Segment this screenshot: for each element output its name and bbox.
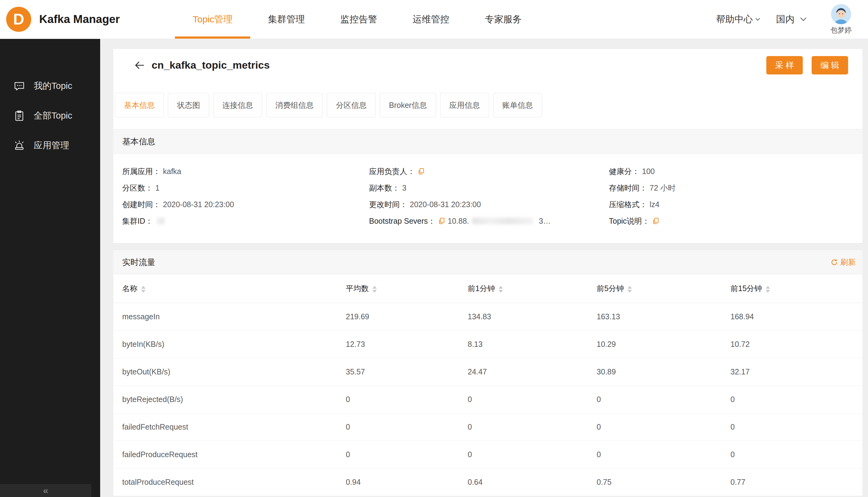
tab-status-chart[interactable]: 状态图	[168, 93, 209, 117]
refresh-button[interactable]: 刷新	[830, 257, 856, 267]
sort-caret-icon[interactable]	[141, 286, 145, 293]
field-bootstrap-servers: Bootstrap Severs： 10.88. 3…	[369, 213, 609, 229]
main-content: cn_kafka_topic_metrics 采 样 编 辑 基本信息 状态图 …	[100, 39, 868, 497]
app-logo[interactable]: D	[6, 7, 31, 32]
chat-bubble-icon	[13, 80, 26, 93]
table-header-row: 名称 平均数 前1分钟 前5分钟 前15分钟	[113, 274, 863, 303]
refresh-icon	[830, 259, 838, 266]
col-header-5min[interactable]: 前5分钟	[597, 274, 730, 303]
field-topic-desc: Topic说明：	[609, 213, 863, 229]
table-row: failedFetchRequest 0 0 0 0	[113, 413, 863, 441]
app-logo-letter: D	[13, 11, 24, 28]
app-root: D Kafka Manager Topic管理 集群管理 监控告警 运维管控 专…	[0, 0, 868, 497]
tab-connection-info[interactable]: 连接信息	[213, 93, 262, 117]
user-avatar[interactable]	[831, 4, 851, 24]
title-buttons: 采 样 编 辑	[766, 56, 848, 74]
nav-item-ops[interactable]: 运维管控	[395, 0, 467, 39]
table-row: byteIn(KB/s) 12.73 8.13 10.29 10.72	[113, 330, 863, 358]
tab-label: 应用信息	[449, 100, 480, 110]
help-center-label: 帮助中心	[716, 13, 753, 26]
realtime-traffic-card: 实时流量 刷新 名称 平均数 前1分钟	[113, 250, 863, 496]
tab-label: 消费组信息	[275, 100, 314, 110]
sort-caret-icon[interactable]	[627, 286, 632, 293]
chevron-down-icon	[755, 18, 760, 21]
col-header-15min[interactable]: 前15分钟	[730, 274, 863, 303]
tab-app-info[interactable]: 应用信息	[440, 93, 489, 117]
nav-item-label: 监控告警	[340, 13, 377, 26]
edit-button[interactable]: 编 辑	[812, 56, 848, 74]
sort-caret-icon[interactable]	[766, 286, 770, 293]
sidebar: 我的Topic 全部Topic	[0, 39, 100, 497]
tab-consumer-group[interactable]: 消费组信息	[266, 93, 323, 117]
basic-info-grid: 所属应用：kafka 应用负责人： 健康分：100 分区数：1 副本数：3 存储…	[113, 154, 863, 243]
tab-partition-info[interactable]: 分区信息	[327, 93, 376, 117]
col-header-avg[interactable]: 平均数	[346, 274, 468, 303]
copy-icon[interactable]	[438, 217, 445, 225]
nav-item-label: Topic管理	[193, 13, 232, 26]
field-retention: 存储时间：72 小时	[609, 180, 863, 196]
tab-bill-info[interactable]: 账单信息	[493, 93, 542, 117]
copy-icon[interactable]	[652, 217, 660, 225]
topic-title-row: cn_kafka_topic_metrics 采 样 编 辑	[113, 49, 863, 81]
top-nav: Topic管理 集群管理 监控告警 运维管控 专家服务	[175, 0, 539, 39]
realtime-traffic-section-header: 实时流量 刷新	[113, 250, 863, 274]
col-header-name[interactable]: 名称	[113, 274, 346, 303]
tab-broker-info[interactable]: Broker信息	[380, 93, 436, 117]
collapse-icon: «	[43, 485, 48, 496]
refresh-label: 刷新	[840, 257, 856, 267]
sidebar-item-app-manage[interactable]: 应用管理	[0, 130, 100, 160]
clipboard-icon	[13, 109, 26, 122]
sidebar-collapse-button[interactable]: «	[0, 484, 91, 497]
sidebar-item-all-topic[interactable]: 全部Topic	[0, 101, 100, 130]
region-label: 国内	[776, 13, 795, 26]
table-row: byteOut(KB/s) 35.57 24.47 30.89 32.17	[113, 358, 863, 385]
field-owner: 应用负责人：	[369, 163, 609, 180]
basic-info-section-header: 基本信息	[113, 129, 863, 154]
table-row: failedProduceRequest 0 0 0 0	[113, 441, 863, 468]
field-modify-time: 更改时间：2020-08-31 20:23:00	[369, 196, 609, 213]
section-title: 基本信息	[122, 136, 155, 147]
tab-label: 账单信息	[502, 100, 533, 110]
sidebar-item-label: 应用管理	[34, 139, 69, 152]
sort-caret-icon[interactable]	[498, 286, 503, 293]
topic-tabs: 基本信息 状态图 连接信息 消费组信息 分区信息 Broker信息 应用信息 账…	[113, 93, 863, 117]
region-selector[interactable]: 国内	[776, 13, 807, 26]
app-title: Kafka Manager	[39, 13, 120, 26]
col-header-1min[interactable]: 前1分钟	[468, 274, 597, 303]
nav-item-label: 集群管理	[268, 13, 305, 26]
tab-label: 分区信息	[336, 100, 367, 110]
sort-caret-icon[interactable]	[373, 286, 377, 293]
tab-basic-info[interactable]: 基本信息	[115, 93, 164, 117]
tab-label: 连接信息	[222, 100, 253, 110]
field-create-time: 创建时间：2020-08-31 20:23:00	[122, 196, 369, 213]
redacted-value	[157, 217, 165, 224]
user-block[interactable]: 包梦婷	[823, 4, 859, 35]
nav-item-expert[interactable]: 专家服务	[467, 0, 539, 39]
siren-icon	[13, 139, 26, 152]
sidebar-item-my-topic[interactable]: 我的Topic	[0, 71, 100, 101]
nav-item-label: 专家服务	[485, 13, 522, 26]
user-name: 包梦婷	[830, 26, 852, 35]
tab-label: 基本信息	[124, 100, 155, 110]
sidebar-item-label: 全部Topic	[34, 110, 72, 122]
sample-button[interactable]: 采 样	[766, 56, 803, 74]
field-cluster-id: 集群ID：	[122, 213, 369, 229]
table-row: byteRejected(B/s) 0 0 0 0	[113, 385, 863, 413]
topic-detail-card: cn_kafka_topic_metrics 采 样 编 辑 基本信息 状态图 …	[113, 49, 863, 243]
table-row: totalProduceRequest 0.94 0.64 0.75 0.77	[113, 468, 863, 496]
nav-item-monitor[interactable]: 监控告警	[322, 0, 395, 39]
redacted-value	[472, 217, 533, 224]
copy-icon[interactable]	[418, 168, 425, 175]
back-arrow-icon[interactable]	[133, 59, 145, 71]
tab-label: Broker信息	[389, 100, 427, 110]
table-row: messageIn 219.69 134.83 163.13 168.94	[113, 303, 863, 330]
nav-item-label: 运维管控	[413, 13, 449, 26]
sidebar-item-label: 我的Topic	[34, 80, 72, 92]
field-replicas: 副本数：3	[369, 180, 609, 196]
chevron-down-icon	[800, 17, 807, 22]
nav-item-cluster[interactable]: 集群管理	[250, 0, 322, 39]
nav-item-topic[interactable]: Topic管理	[175, 0, 250, 39]
traffic-table: 名称 平均数 前1分钟 前5分钟 前15分钟 messageIn 219.69 …	[113, 274, 863, 496]
page-title: cn_kafka_topic_metrics	[151, 59, 270, 71]
help-center-menu[interactable]: 帮助中心	[716, 13, 760, 26]
